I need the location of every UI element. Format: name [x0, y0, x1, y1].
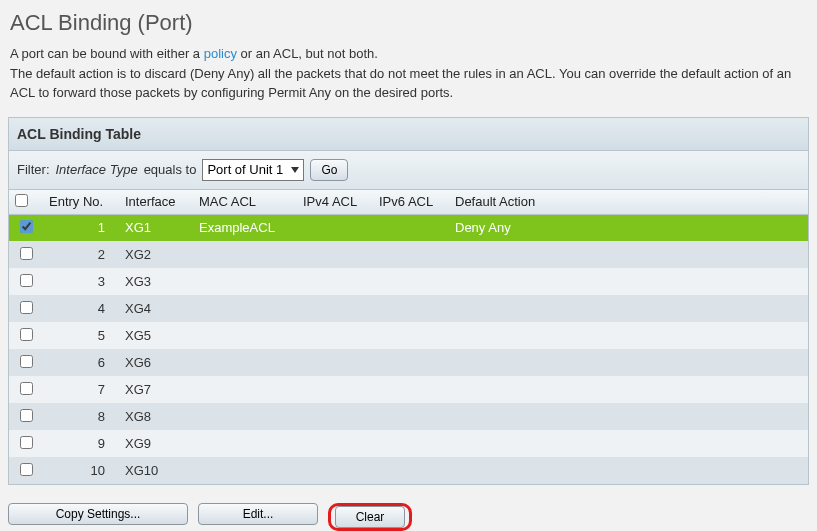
row-checkbox[interactable] — [20, 355, 33, 368]
row-checkbox[interactable] — [20, 436, 33, 449]
cell-interface: XG7 — [119, 376, 193, 403]
desc-text-3: The default action is to discard (Deny A… — [10, 66, 791, 101]
cell-interface: XG5 — [119, 322, 193, 349]
cell-entry-no: 3 — [43, 268, 119, 295]
cell-ipv6-acl — [373, 349, 449, 376]
interface-type-dropdown[interactable]: Port of Unit 1 — [207, 162, 285, 177]
table-row[interactable]: 5XG5 — [9, 322, 808, 349]
acl-binding-panel: ACL Binding Table Filter: Interface Type… — [8, 117, 809, 486]
edit-button[interactable]: Edit... — [198, 503, 318, 525]
cell-ipv6-acl — [373, 430, 449, 457]
cell-mac-acl — [193, 403, 297, 430]
row-checkbox-cell — [9, 457, 43, 484]
cell-ipv6-acl — [373, 295, 449, 322]
table-row[interactable]: 1XG1ExampleACLDeny Any — [9, 214, 808, 241]
select-all-checkbox[interactable] — [15, 194, 28, 207]
filter-label: Filter: — [17, 162, 50, 177]
cell-interface: XG1 — [119, 214, 193, 241]
row-checkbox[interactable] — [20, 409, 33, 422]
cell-default-action — [449, 322, 808, 349]
cell-entry-no: 9 — [43, 430, 119, 457]
cell-ipv6-acl — [373, 268, 449, 295]
row-checkbox-cell — [9, 295, 43, 322]
cell-ipv4-acl — [297, 349, 373, 376]
cell-ipv6-acl — [373, 403, 449, 430]
chevron-down-icon — [291, 167, 299, 173]
filter-field: Interface Type — [56, 162, 138, 177]
page-description: A port can be bound with either a policy… — [0, 44, 817, 117]
header-interface: Interface — [119, 190, 193, 215]
row-checkbox-cell — [9, 349, 43, 376]
row-checkbox-cell — [9, 430, 43, 457]
cell-default-action — [449, 241, 808, 268]
cell-default-action — [449, 268, 808, 295]
cell-ipv4-acl — [297, 295, 373, 322]
cell-default-action — [449, 403, 808, 430]
policy-link[interactable]: policy — [204, 46, 237, 61]
header-entry: Entry No. — [43, 190, 119, 215]
cell-interface: XG10 — [119, 457, 193, 484]
filter-bar: Filter: Interface Type equals to Port of… — [9, 151, 808, 190]
cell-mac-acl: ExampleACL — [193, 214, 297, 241]
row-checkbox[interactable] — [20, 301, 33, 314]
cell-mac-acl — [193, 322, 297, 349]
cell-mac-acl — [193, 457, 297, 484]
row-checkbox[interactable] — [20, 247, 33, 260]
filter-equals: equals to — [144, 162, 197, 177]
go-button[interactable]: Go — [310, 159, 348, 181]
row-checkbox[interactable] — [20, 274, 33, 287]
cell-mac-acl — [193, 268, 297, 295]
cell-ipv4-acl — [297, 376, 373, 403]
cell-mac-acl — [193, 295, 297, 322]
cell-interface: XG8 — [119, 403, 193, 430]
desc-text-1: A port can be bound with either a — [10, 46, 204, 61]
row-checkbox[interactable] — [20, 463, 33, 476]
row-checkbox[interactable] — [20, 220, 33, 233]
cell-default-action — [449, 457, 808, 484]
header-ipv4-acl: IPv4 ACL — [297, 190, 373, 215]
table-row[interactable]: 10XG10 — [9, 457, 808, 484]
cell-mac-acl — [193, 430, 297, 457]
table-row[interactable]: 9XG9 — [9, 430, 808, 457]
header-checkbox-cell — [9, 190, 43, 215]
table-row[interactable]: 6XG6 — [9, 349, 808, 376]
cell-default-action: Deny Any — [449, 214, 808, 241]
table-row[interactable]: 7XG7 — [9, 376, 808, 403]
copy-settings-button[interactable]: Copy Settings... — [8, 503, 188, 525]
cell-ipv6-acl — [373, 322, 449, 349]
cell-default-action — [449, 376, 808, 403]
row-checkbox-cell — [9, 403, 43, 430]
clear-button[interactable]: Clear — [335, 506, 405, 528]
cell-ipv6-acl — [373, 241, 449, 268]
cell-ipv4-acl — [297, 430, 373, 457]
cell-entry-no: 10 — [43, 457, 119, 484]
cell-entry-no: 2 — [43, 241, 119, 268]
header-ipv6-acl: IPv6 ACL — [373, 190, 449, 215]
cell-default-action — [449, 295, 808, 322]
row-checkbox-cell — [9, 214, 43, 241]
cell-entry-no: 5 — [43, 322, 119, 349]
table-row[interactable]: 2XG2 — [9, 241, 808, 268]
page-title: ACL Binding (Port) — [0, 0, 817, 44]
cell-ipv4-acl — [297, 403, 373, 430]
interface-type-select[interactable]: Port of Unit 1 — [202, 159, 304, 181]
cell-ipv4-acl — [297, 457, 373, 484]
cell-ipv6-acl — [373, 214, 449, 241]
clear-highlight: Clear — [328, 503, 412, 531]
table-row[interactable]: 3XG3 — [9, 268, 808, 295]
cell-ipv4-acl — [297, 214, 373, 241]
cell-entry-no: 4 — [43, 295, 119, 322]
cell-ipv4-acl — [297, 241, 373, 268]
table-row[interactable]: 8XG8 — [9, 403, 808, 430]
header-default-action: Default Action — [449, 190, 808, 215]
button-bar: Copy Settings... Edit... Clear — [0, 495, 817, 531]
table-row[interactable]: 4XG4 — [9, 295, 808, 322]
row-checkbox[interactable] — [20, 328, 33, 341]
cell-mac-acl — [193, 349, 297, 376]
cell-interface: XG6 — [119, 349, 193, 376]
cell-default-action — [449, 349, 808, 376]
row-checkbox[interactable] — [20, 382, 33, 395]
row-checkbox-cell — [9, 322, 43, 349]
cell-ipv6-acl — [373, 457, 449, 484]
cell-entry-no: 8 — [43, 403, 119, 430]
